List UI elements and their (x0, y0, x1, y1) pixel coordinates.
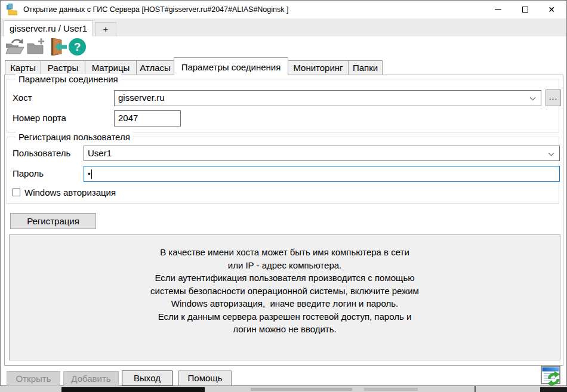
user-combobox[interactable]: User1 (84, 146, 560, 161)
tab-connection-params[interactable]: Параметры соединения (174, 57, 288, 75)
refresh-tray-button[interactable] (541, 365, 562, 387)
browse-button[interactable]: ... (546, 89, 561, 106)
add-data-button: Добавить (63, 371, 119, 386)
tab-atlases[interactable]: Атласы (136, 60, 174, 75)
background-window-strip (0, 386, 567, 392)
text-caret (91, 169, 92, 179)
close-button[interactable]: ✕ (538, 1, 565, 18)
maximize-icon (522, 7, 528, 13)
exit-door-icon (48, 38, 68, 56)
info-line: Если к данным сервера разрешен гостевой … (10, 310, 560, 323)
tab-maps[interactable]: Карты (5, 60, 41, 75)
password-input[interactable]: • (84, 166, 560, 182)
help-dialog-button[interactable]: Помощь (178, 371, 232, 386)
svg-text:?: ? (74, 41, 81, 53)
info-panel: В качестве имени хоста может быть имя ко… (9, 234, 560, 360)
registration-group-legend: Регистрация пользователя (16, 132, 133, 142)
minimize-button[interactable] (484, 1, 511, 18)
port-label: Номер порта (13, 110, 66, 126)
windows-auth-label: Windows авторизация (24, 185, 116, 200)
help-icon: ? (68, 38, 87, 56)
create-button[interactable] (26, 38, 46, 57)
open-data-button: Открыть (7, 371, 60, 386)
new-doc-tab-button[interactable]: + (95, 22, 116, 36)
new-folder-icon (26, 38, 46, 56)
password-label: Пароль (13, 166, 44, 181)
host-label: Хост (13, 90, 32, 106)
background-block (540, 387, 567, 392)
tab-monitoring[interactable]: Мониторинг (288, 60, 349, 75)
open-button[interactable] (4, 38, 24, 57)
windows-auth-checkbox[interactable] (13, 189, 20, 196)
maximize-button[interactable] (511, 1, 539, 18)
exit-button[interactable] (48, 38, 68, 57)
connection-group-legend: Параметры соединения (16, 74, 121, 84)
background-block (251, 388, 352, 391)
user-label: Пользователь (13, 146, 70, 161)
host-combobox[interactable]: gisserver.ru (114, 90, 541, 106)
close-icon: ✕ (548, 5, 555, 14)
tab-folders[interactable]: Папки (348, 60, 383, 75)
background-block (364, 388, 418, 391)
info-line: системы безопасности операционной систем… (10, 285, 560, 298)
info-line: Windows авторизация, иначе введите логин… (10, 297, 560, 310)
document-tab-bar: gisserver.ru / User1 + (1, 18, 566, 36)
background-block (474, 386, 476, 392)
tab-rasters[interactable]: Растры (41, 60, 85, 75)
background-block (61, 387, 205, 392)
info-line: В качестве имени хоста может быть имя ко… (10, 246, 560, 259)
host-value: gisserver.ru (118, 92, 165, 103)
info-line: логин можно не вводить. (10, 323, 560, 336)
doc-tab-active[interactable]: gisserver.ru / User1 (4, 20, 93, 36)
port-input[interactable]: 2047 (114, 110, 181, 126)
minimize-icon (495, 9, 501, 10)
app-window: Открытие данных с ГИС Сервера [HOST#giss… (0, 0, 567, 386)
title-bar: Открытие данных с ГИС Сервера [HOST#giss… (1, 1, 566, 18)
info-line: или IP - адрес компьютера. (10, 259, 560, 272)
connection-panel: Параметры соединения Хост gisserver.ru .… (4, 75, 563, 366)
exit-dialog-button[interactable]: Выход (122, 371, 172, 386)
chevron-down-icon[interactable] (548, 150, 554, 156)
password-mask: • (88, 169, 91, 178)
register-button[interactable]: Регистрация (10, 213, 96, 229)
user-value: User1 (88, 148, 112, 158)
window-title: Открытие данных с ГИС Сервера [HOST#giss… (23, 1, 288, 18)
toolbar: ? (1, 36, 566, 58)
chevron-down-icon[interactable] (530, 95, 536, 101)
info-line: Если аутентификация пользователя произво… (10, 271, 560, 285)
app-icon (5, 4, 17, 16)
window-refresh-icon (541, 365, 562, 387)
help-button[interactable]: ? (68, 38, 88, 57)
tab-matrices[interactable]: Матрицы (85, 60, 137, 75)
open-folder-icon (4, 38, 24, 56)
